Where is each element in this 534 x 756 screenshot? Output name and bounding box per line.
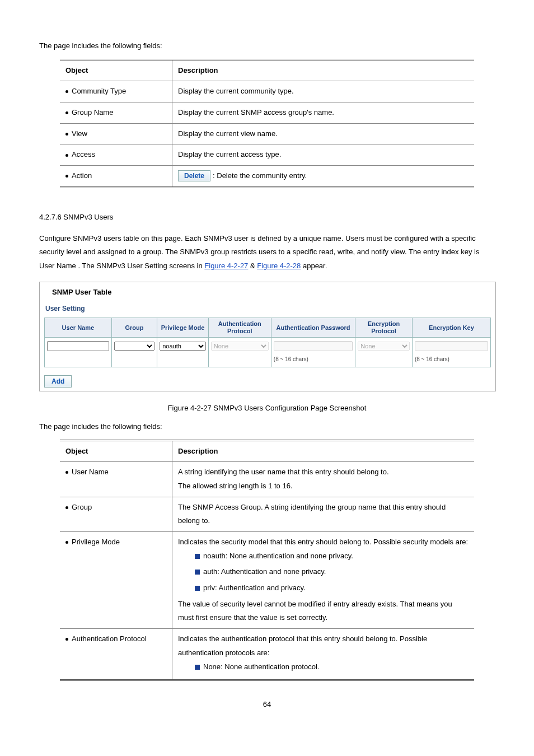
square-icon: [195, 570, 200, 575]
square-icon: [195, 665, 200, 670]
add-button[interactable]: Add: [44, 375, 72, 388]
opt-desc: : Authentication and privacy.: [215, 584, 306, 592]
bullet-icon: [65, 471, 68, 474]
bullet-icon: [65, 90, 68, 93]
col-description: Description: [172, 59, 475, 81]
paragraph: Configure SNMPv3 users table on this pag…: [39, 232, 495, 273]
intro-text-1: The page includes the following fields:: [39, 39, 495, 53]
hint-text: (8 ~ 16 chars): [274, 354, 353, 365]
bullet-icon: [65, 638, 68, 641]
enc-protocol-select[interactable]: None: [358, 342, 410, 351]
figure-link-b[interactable]: Figure 4-2-28: [257, 262, 301, 270]
col-description: Description: [172, 440, 475, 462]
bullet-icon: [65, 541, 68, 544]
row-label: Access: [72, 150, 95, 158]
bullet-icon: [65, 506, 68, 509]
para-text: appear.: [303, 262, 327, 270]
para-text: &: [250, 262, 257, 270]
row-desc: A string identifying the user name that …: [172, 462, 475, 497]
group-select[interactable]: [114, 342, 154, 351]
intro-text-2: The page includes the following fields:: [39, 420, 495, 434]
row-desc: Delete: Delete the community entry.: [172, 166, 475, 188]
row-desc: Indicates the security model that this e…: [172, 532, 475, 629]
table-row: User Name A string identifying the user …: [60, 462, 474, 497]
widget-title: SNMP User Table: [40, 282, 495, 301]
table-row: Group The SNMP Access Group. A string id…: [60, 497, 474, 531]
opt-name: noauth: [203, 552, 226, 560]
bullet-icon: [65, 175, 68, 178]
desc-line: The value of security level cannot be mo…: [178, 600, 452, 622]
para-text: . The SNMPv3 User Setting screens in: [78, 262, 204, 270]
figure-caption: Figure 4-2-27 SNMPv3 Users Configuration…: [39, 397, 495, 420]
row-label: Group: [72, 503, 92, 511]
opt-desc: : Authentication and none privacy.: [217, 567, 326, 576]
table-row: View Display the current view name.: [60, 123, 474, 144]
row-label: User Name: [72, 468, 109, 476]
row-desc: The SNMP Access Group. A string identify…: [172, 497, 475, 531]
desc-line: Indicates the security model that this e…: [178, 538, 468, 546]
col-enc-proto: Encryption Protocol: [355, 318, 413, 338]
enc-key-input[interactable]: [415, 341, 488, 351]
row-label: Community Type: [72, 87, 126, 95]
para-keyword: User Name: [39, 262, 76, 270]
col-enc-key: Encryption Key: [412, 318, 490, 338]
bullet-icon: [65, 133, 68, 136]
row-desc: Display the current access type.: [172, 144, 475, 166]
widget-subtitle: User Setting: [40, 300, 495, 318]
bullet-icon: [65, 154, 68, 157]
table-row: Action Delete: Delete the community entr…: [60, 166, 474, 188]
user-fields-table: Object Description User Name A string id…: [60, 440, 474, 682]
row-desc: Display the current SNMP access group's …: [172, 102, 475, 124]
col-object: Object: [60, 440, 172, 462]
table-row: Group Name Display the current SNMP acce…: [60, 102, 474, 124]
delete-button[interactable]: Delete: [178, 170, 210, 181]
opt-name: priv: [203, 584, 215, 592]
desc-line: A string identifying the user name that …: [178, 468, 389, 476]
section-heading: 4.2.7.6 SNMPv3 Users: [39, 211, 495, 225]
delete-desc: : Delete the community entry.: [213, 171, 307, 180]
page-number: 64: [39, 698, 495, 712]
snmp-user-widget: SNMP User Table User Setting User Name G…: [39, 282, 496, 392]
auth-password-input[interactable]: [274, 341, 353, 351]
square-icon: [195, 554, 200, 559]
col-auth-proto: Authentication Protocol: [208, 318, 271, 338]
row-label: Authentication Protocol: [72, 634, 147, 643]
col-user-name: User Name: [45, 318, 112, 338]
user-name-input[interactable]: [47, 341, 109, 351]
desc-line: The allowed string length is 1 to 16.: [178, 482, 293, 490]
opt-desc: : None authentication protocol.: [221, 662, 319, 671]
square-icon: [195, 586, 200, 591]
row-label: Action: [72, 171, 92, 180]
row-desc: Indicates the authentication protocol th…: [172, 629, 475, 680]
row-label: Group Name: [72, 108, 113, 116]
col-object: Object: [60, 59, 172, 81]
user-setting-grid: User Name Group Privilege Mode Authentic…: [44, 318, 491, 367]
col-auth-pass: Authentication Password: [271, 318, 355, 338]
row-label: View: [72, 129, 87, 138]
bullet-icon: [65, 111, 68, 114]
col-priv-mode: Privilege Mode: [157, 318, 209, 338]
opt-name: None: [203, 662, 221, 671]
hint-text: (8 ~ 16 chars): [415, 354, 488, 365]
table-row: Authentication Protocol Indicates the au…: [60, 629, 474, 680]
opt-name: auth: [203, 567, 217, 576]
privilege-mode-select[interactable]: noauth: [160, 342, 206, 351]
row-desc: Display the current community type.: [172, 81, 475, 102]
row-label: Privilege Mode: [72, 538, 120, 546]
auth-protocol-select[interactable]: None: [211, 342, 269, 351]
row-desc: Display the current view name.: [172, 123, 475, 144]
community-fields-table: Object Description Community Type Displa…: [60, 59, 474, 188]
table-row: Privilege Mode Indicates the security mo…: [60, 532, 474, 629]
col-group: Group: [111, 318, 157, 338]
desc-line: Indicates the authentication protocol th…: [178, 634, 427, 657]
para-text: Configure SNMPv3 users table on this pag…: [39, 234, 479, 256]
table-row: Community Type Display the current commu…: [60, 81, 474, 102]
opt-desc: : None authentication and none privacy.: [226, 552, 353, 560]
figure-link-a[interactable]: Figure 4-2-27: [204, 262, 248, 270]
table-row: Access Display the current access type.: [60, 144, 474, 166]
